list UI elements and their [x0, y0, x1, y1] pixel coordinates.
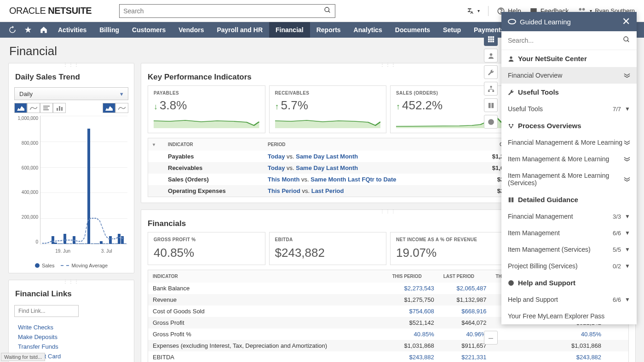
fin-tile[interactable]: NET INCOME AS A % OF REVENUE19.07% — [390, 232, 508, 265]
fin-tile[interactable]: GROSS PROFIT %40.85% — [148, 232, 265, 265]
gl-item[interactable]: Item Management6/6▼ — [501, 225, 637, 241]
kpi-tile[interactable]: RECEIVABLES↑5.7% — [269, 85, 387, 133]
card-title: Financial Links — [9, 284, 134, 302]
side-wrench-icon[interactable] — [484, 65, 498, 79]
gl-item[interactable]: Financial Management & More Learning — [501, 134, 637, 151]
svg-rect-12 — [488, 36, 489, 38]
financial-links-card: ⋮⋮⋮ Financial Links Write ChecksMake Dep… — [8, 280, 134, 362]
flink-item[interactable]: Write Checks — [18, 322, 125, 332]
kpi-tile[interactable]: PAYABLES↓3.8% — [148, 85, 265, 133]
gl-section-detailed: Detailed Guidance — [501, 191, 637, 208]
fin-tile[interactable]: EBITDA$243,882 — [269, 232, 387, 265]
card-title: Daily Sales Trend — [9, 67, 134, 85]
svg-point-5 — [582, 8, 585, 10]
close-icon[interactable]: ✕ — [622, 17, 630, 27]
svg-rect-17 — [492, 38, 494, 40]
nav-star-icon[interactable] — [20, 22, 36, 38]
flink-item[interactable]: Make Deposits — [18, 332, 125, 342]
chart-type-list-icon[interactable] — [40, 103, 53, 113]
gl-search[interactable] — [501, 31, 637, 50]
nav-recent-icon[interactable] — [5, 22, 20, 38]
chart-mode-a-icon[interactable] — [103, 103, 115, 113]
gl-search-input[interactable] — [508, 37, 623, 44]
svg-rect-18 — [488, 40, 489, 42]
svg-point-31 — [509, 124, 511, 125]
flink-item[interactable]: Transfer Funds — [18, 342, 125, 351]
global-search[interactable] — [119, 4, 335, 18]
svg-rect-16 — [490, 38, 492, 40]
svg-rect-24 — [492, 90, 494, 92]
gl-item[interactable]: Item Management & More Learning (Service… — [501, 167, 637, 191]
nav-item-reports[interactable]: Reports — [310, 22, 347, 38]
svg-rect-10 — [59, 106, 60, 111]
guided-learning-panel: Guided Learning ✕ Your NetSuite Center F… — [501, 12, 637, 324]
search-icon[interactable] — [324, 6, 331, 16]
gl-section-center: Your NetSuite Center — [501, 50, 637, 67]
find-link-input[interactable] — [14, 305, 79, 317]
nav-item-setup[interactable]: Setup — [437, 22, 467, 38]
nav-home-icon[interactable] — [36, 22, 52, 38]
nav-item-financial[interactable]: Financial — [269, 22, 310, 38]
nav-item-customers[interactable]: Customers — [126, 22, 172, 38]
nav-item-payroll-and-hr[interactable]: Payroll and HR — [210, 22, 269, 38]
nav-item-activities[interactable]: Activities — [52, 22, 93, 38]
side-collapse-button[interactable]: – — [484, 331, 498, 345]
gl-item[interactable]: Item Management & More Learning — [501, 151, 637, 167]
status-bar: Waiting for tstd... — [1, 353, 45, 361]
side-user-icon[interactable] — [484, 49, 498, 62]
gl-item[interactable]: Item Management (Services)5/5▼ — [501, 241, 637, 258]
svg-point-0 — [325, 7, 329, 11]
chart-type-area-icon[interactable] — [14, 103, 27, 113]
svg-line-1 — [328, 11, 330, 12]
svg-rect-23 — [488, 90, 489, 92]
svg-rect-6 — [43, 106, 50, 107]
side-org-icon[interactable] — [484, 82, 498, 96]
side-help-icon[interactable] — [484, 115, 498, 129]
side-grid-icon[interactable] — [484, 32, 498, 46]
chart-mode-b-icon[interactable] — [115, 103, 128, 113]
svg-point-30 — [510, 56, 512, 58]
svg-point-32 — [512, 124, 514, 125]
svg-point-4 — [579, 8, 582, 10]
gl-title: Guided Learning — [508, 18, 571, 26]
svg-line-29 — [627, 40, 629, 42]
nav-item-analytics[interactable]: Analytics — [347, 22, 389, 38]
nav-item-documents[interactable]: Documents — [389, 22, 437, 38]
svg-rect-14 — [492, 36, 494, 38]
chart-type-line-icon[interactable] — [27, 103, 40, 113]
nav-item-vendors[interactable]: Vendors — [172, 22, 210, 38]
gl-section-help: Help and Support — [501, 274, 637, 291]
gl-item-financial-overview[interactable]: Financial Overview — [501, 67, 637, 84]
svg-rect-19 — [490, 40, 492, 42]
gl-item-help-support[interactable]: Help and Support 6/6▼ — [501, 291, 637, 308]
language-switcher[interactable]: ▾ — [466, 7, 480, 15]
svg-rect-9 — [57, 108, 58, 111]
gl-item-useful-tools[interactable]: Useful Tools 7/7▼ — [501, 101, 637, 117]
gl-section-process: Process Overviews — [501, 117, 637, 134]
svg-rect-13 — [490, 36, 492, 38]
svg-rect-11 — [61, 107, 63, 111]
svg-point-21 — [489, 53, 492, 56]
nav-item-billing[interactable]: Billing — [93, 22, 126, 38]
gl-item[interactable]: Financial Management3/3▼ — [501, 208, 637, 225]
global-search-input[interactable] — [123, 7, 324, 15]
side-toolbar — [484, 32, 498, 129]
svg-rect-8 — [43, 109, 49, 110]
chart-type-bar-icon[interactable] — [53, 103, 66, 113]
svg-point-26 — [490, 123, 491, 124]
table-row[interactable]: EBITDA$243,882$221,331$243,882 — [148, 351, 628, 362]
table-row[interactable]: Gross Profit %40.85%40.96%40.85% — [148, 328, 628, 340]
gl-item-mylearn-pass[interactable]: Your Free MyLearn Explorer Pass — [501, 308, 637, 324]
sort-icon[interactable]: ▾ — [153, 142, 155, 147]
side-book-icon[interactable] — [484, 98, 498, 112]
svg-rect-15 — [488, 38, 489, 40]
gl-item[interactable]: Project Billing (Services)0/2▼ — [501, 258, 637, 274]
svg-point-33 — [510, 126, 512, 128]
svg-point-28 — [624, 37, 628, 41]
svg-rect-20 — [492, 40, 494, 42]
gl-section-tools: Useful Tools — [501, 84, 637, 101]
table-row[interactable]: Expenses (excluding Interest, Tax, Depre… — [148, 340, 628, 351]
daily-sales-trend-card: ⋮⋮⋮ Daily Sales Trend Daily▾ 1,000,00080… — [8, 63, 134, 273]
search-icon[interactable] — [623, 36, 630, 45]
trend-period-select[interactable]: Daily▾ — [14, 87, 128, 100]
